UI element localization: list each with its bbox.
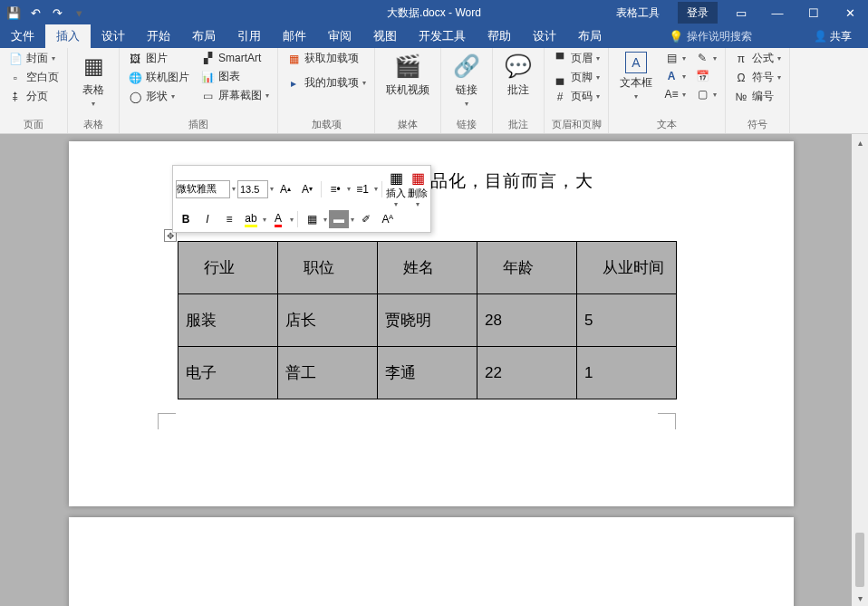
header-icon: ▀ [553, 52, 567, 66]
object-button[interactable]: ▢▾ [692, 86, 719, 102]
screenshot-icon: ▭ [200, 89, 215, 103]
save-icon[interactable]: 💾 [4, 3, 24, 23]
footer-button[interactable]: ▄页脚▾ [550, 69, 603, 86]
ribbon-insert: 📄封面▾ ▫空白页 ⭻分页 页面 ▦ 表格▾ 表格 🖼图片 🌐联机图片 ◯形状▾… [0, 48, 868, 134]
chart-button[interactable]: 📊图表 [198, 68, 272, 85]
font-dropdown-icon[interactable]: ▾ [232, 185, 236, 193]
smartart-button[interactable]: ▞SmartArt [198, 50, 272, 66]
cover-page-button[interactable]: 📄封面▾ [5, 50, 62, 67]
font-color-button[interactable]: A [268, 210, 288, 228]
tab-review[interactable]: 审阅 [317, 24, 362, 48]
wordart-button[interactable]: A▾ [661, 68, 689, 84]
tell-me-search[interactable]: 💡 操作说明搜索 [661, 25, 759, 48]
group-header-footer: ▀页眉▾ ▄页脚▾ #页码▾ 页眉和页脚 [545, 48, 609, 133]
tab-help[interactable]: 帮助 [477, 24, 522, 48]
my-addins-button[interactable]: ▸我的加载项▾ [284, 74, 369, 91]
th-position[interactable]: 职位 [278, 242, 378, 294]
tab-file[interactable]: 文件 [0, 24, 45, 48]
tab-design[interactable]: 设计 [91, 24, 136, 48]
equation-button[interactable]: π公式▾ [731, 50, 784, 67]
page-number-button[interactable]: #页码▾ [550, 88, 603, 105]
pagebreak-icon: ⭻ [8, 90, 23, 104]
font-size-input[interactable] [237, 180, 268, 198]
tab-view[interactable]: 视图 [362, 24, 408, 48]
online-pictures-button[interactable]: 🌐联机图片 [125, 69, 192, 86]
table-row[interactable]: 电子 普工 李通 22 1 [178, 347, 677, 399]
quick-parts-button[interactable]: ▤▾ [661, 50, 689, 66]
symbol-button[interactable]: Ω符号▾ [731, 69, 784, 86]
bold-button[interactable]: B [176, 210, 196, 228]
textbox-button[interactable]: A 文本框▾ [614, 50, 658, 102]
scroll-up-button[interactable]: ▴ [852, 134, 868, 150]
borders-button[interactable]: ▦ [302, 210, 322, 228]
grow-font-button[interactable]: A▴ [275, 180, 295, 198]
scroll-thumb[interactable] [855, 533, 864, 587]
dropcap-button[interactable]: A≡▾ [661, 86, 689, 102]
align-button[interactable]: ≡ [219, 210, 239, 228]
online-video-button[interactable]: 🎬 联机视频 [381, 50, 435, 100]
shrink-font-button[interactable]: A▾ [297, 180, 317, 198]
tab-home[interactable]: 开始 [136, 24, 181, 48]
scroll-down-button[interactable]: ▾ [852, 590, 868, 606]
tab-developer[interactable]: 开发工具 [408, 24, 477, 48]
shading-button[interactable]: ▬ [329, 210, 349, 228]
blank-page-button[interactable]: ▫空白页 [5, 69, 62, 86]
undo-icon[interactable]: ↶ [25, 3, 45, 23]
numbering-button[interactable]: ≡1 [352, 180, 372, 198]
number-button[interactable]: №编号 [731, 88, 784, 105]
margin-corner-br [658, 413, 676, 429]
comment-button[interactable]: 💬 批注 [498, 50, 538, 100]
screenshot-button[interactable]: ▭屏幕截图▾ [198, 87, 272, 104]
th-name[interactable]: 姓名 [378, 242, 477, 294]
group-links-label: 链接 [447, 118, 487, 133]
get-addins-button[interactable]: ▦获取加载项 [284, 50, 369, 67]
th-years[interactable]: 从业时间 [577, 242, 677, 294]
font-name-input[interactable] [176, 180, 230, 198]
italic-button[interactable]: I [198, 210, 217, 228]
format-painter-button[interactable]: ✐ [356, 210, 376, 228]
datetime-button[interactable]: 📅 [692, 68, 719, 84]
highlight-button[interactable]: ab [241, 210, 261, 228]
maximize-button[interactable]: ☐ [796, 0, 832, 25]
mini-insert-button[interactable]: ▦插入▾ [386, 169, 406, 208]
tab-insert[interactable]: 插入 [45, 24, 91, 48]
th-industry[interactable]: 行业 [178, 242, 278, 294]
document-table[interactable]: 行业 职位 姓名 年龄 从业时间 服装 店长 贾晓明 28 5 电子 普工 李通… [178, 241, 677, 399]
mini-delete-button[interactable]: ▦删除▾ [408, 169, 428, 208]
hyperlink-button[interactable]: 🔗 链接▾ [447, 50, 487, 110]
tab-table-design[interactable]: 设计 [522, 24, 567, 48]
close-button[interactable]: ✕ [832, 0, 868, 25]
signature-button[interactable]: ✎▾ [692, 50, 719, 66]
ribbon-options-icon[interactable]: ▭ [723, 0, 759, 25]
tab-references[interactable]: 引用 [227, 24, 272, 48]
dropcap-icon: A≡ [664, 87, 679, 101]
share-button[interactable]: 👤 共享 [806, 25, 859, 48]
page-2[interactable] [69, 517, 794, 606]
table-header-row[interactable]: 行业 职位 姓名 年龄 从业时间 [178, 242, 677, 294]
link-icon: 🔗 [452, 52, 481, 81]
page-break-button[interactable]: ⭻分页 [5, 88, 62, 105]
table-icon: ▦ [79, 52, 108, 81]
table-row[interactable]: 服装 店长 贾晓明 28 5 [178, 294, 677, 347]
styles-button[interactable]: Aᴬ [378, 210, 398, 228]
tab-mailings[interactable]: 邮件 [272, 24, 317, 48]
header-button[interactable]: ▀页眉▾ [550, 50, 603, 67]
qat-dropdown-icon[interactable]: ▾ [69, 3, 89, 23]
minimize-button[interactable]: ― [759, 0, 796, 25]
tab-layout[interactable]: 布局 [181, 24, 227, 48]
shapes-button[interactable]: ◯形状▾ [125, 88, 192, 105]
redo-icon[interactable]: ↷ [47, 3, 67, 23]
tab-table-layout[interactable]: 布局 [567, 24, 612, 48]
login-button[interactable]: 登录 [678, 2, 718, 24]
th-age[interactable]: 年龄 [477, 242, 577, 294]
pictures-button[interactable]: 🖼图片 [125, 50, 192, 67]
share-label: 共享 [830, 30, 852, 43]
group-pages: 📄封面▾ ▫空白页 ⭻分页 页面 [0, 48, 68, 133]
group-addins-label: 加载项 [284, 118, 369, 133]
insert-table-button[interactable]: ▦ 表格▾ [73, 50, 113, 110]
group-illustrations-label: 插图 [125, 118, 272, 133]
size-dropdown-icon[interactable]: ▾ [270, 185, 274, 193]
vertical-scrollbar[interactable]: ▴ ▾ [852, 134, 868, 606]
bullets-button[interactable]: ≡• [325, 180, 345, 198]
wordart-icon: A [664, 69, 679, 83]
